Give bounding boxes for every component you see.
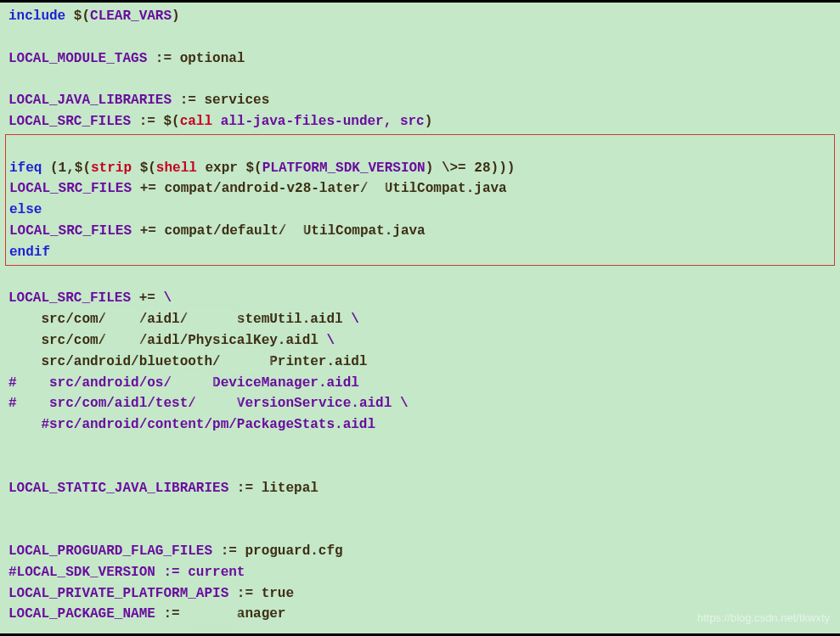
redacted-text [196, 393, 237, 414]
blank-line [8, 457, 832, 478]
redacted-text [188, 604, 237, 625]
code-line: LOCAL_STATIC_JAVA_LIBRARIES := litepal [8, 478, 832, 499]
code-line: LOCAL_SRC_FILES += \ [8, 288, 832, 309]
code-line: endif [9, 242, 831, 263]
code-line: #src/android/content/pm/PackageStats.aid… [8, 414, 832, 436]
watermark: https://blog.csdn.net/tkwxty [697, 610, 830, 627]
redacted-text [172, 373, 212, 394]
code-line: LOCAL_JAVA_LIBRARIES := services [8, 90, 832, 111]
code-line: ifeq (1,$(strip $(shell expr $(PLATFORM_… [9, 158, 831, 179]
code-line: LOCAL_SRC_FILES += compat/android-v28-la… [9, 178, 831, 200]
code-line: # src/com/aidl/test/ VersionService.aidl… [8, 393, 832, 414]
redacted-text [221, 352, 270, 373]
blank-line [9, 137, 831, 158]
code-line: #LOCAL_SDK_VERSION := current [8, 562, 832, 583]
code-line: src/com/ /aidl/ stemUtil.aidl \ [8, 309, 832, 330]
code-line: # src/android/os/ DeviceManager.aidl [8, 373, 832, 394]
code-block: include $(CLEAR_VARS) LOCAL_MODULE_TAGS … [0, 0, 840, 636]
blank-line [8, 625, 832, 636]
code-line: src/com/ /aidl/PhysicalKey.aidl \ [8, 330, 832, 352]
code-line: else [9, 200, 831, 221]
redacted-text [106, 309, 138, 330]
code-line: LOCAL_SRC_FILES += compat/default/ UtilC… [9, 221, 831, 242]
redacted-text [106, 330, 138, 352]
highlighted-block: ifeq (1,$(strip $(shell expr $(PLATFORM_… [5, 134, 835, 266]
code-line: include $(CLEAR_VARS) [8, 6, 832, 27]
blank-line [8, 267, 832, 289]
blank-line [8, 69, 832, 90]
blank-line [8, 498, 832, 520]
blank-line [8, 27, 832, 48]
blank-line [8, 436, 832, 457]
code-line: LOCAL_PROGUARD_FLAG_FILES := proguard.cf… [8, 541, 832, 562]
redacted-text [188, 309, 237, 330]
blank-line [8, 520, 832, 541]
redacted-text [368, 178, 384, 200]
code-line: src/android/bluetooth/ Printer.aidl [8, 352, 832, 373]
code-line: LOCAL_SRC_FILES := $(call all-java-files… [8, 111, 832, 132]
kw-include: include [8, 8, 65, 24]
code-line: LOCAL_PRIVATE_PLATFORM_APIS := true [8, 583, 832, 605]
redacted-text [286, 221, 302, 242]
code-line: LOCAL_MODULE_TAGS := optional [8, 48, 832, 70]
